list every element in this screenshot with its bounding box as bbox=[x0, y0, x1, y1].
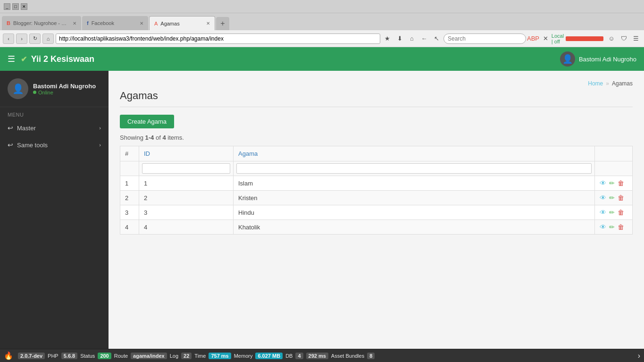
debug-php-version: 5.6.8 bbox=[61, 353, 77, 359]
breadcrumb-home-link[interactable]: Home bbox=[588, 80, 603, 87]
showing-text: Showing 1-4 of 4 items. bbox=[120, 134, 633, 141]
cell-num: 3 bbox=[120, 205, 139, 220]
home-icon[interactable]: ⌂ bbox=[407, 34, 417, 44]
master-icon: ↩ bbox=[8, 124, 13, 132]
shield-icon[interactable]: 🛡 bbox=[619, 34, 629, 44]
tab-agamas-close[interactable]: ✕ bbox=[206, 21, 210, 26]
back-arrow-icon[interactable]: ← bbox=[419, 34, 429, 44]
delete-icon[interactable]: 🗑 bbox=[618, 223, 624, 231]
window-maximize-btn[interactable]: □ bbox=[12, 3, 19, 10]
filter-actions-cell bbox=[595, 161, 633, 176]
debug-bar: 🔥 2.0.7-dev PHP 5.6.8 Status 200 Route a… bbox=[0, 349, 644, 362]
same-tools-icon: ↩ bbox=[8, 141, 13, 149]
menu-icon[interactable]: ☰ bbox=[631, 34, 641, 44]
sidebar-avatar: 👤 bbox=[8, 78, 28, 99]
tab-facebook-close[interactable]: ✕ bbox=[140, 21, 143, 26]
debug-time-value: 757 ms bbox=[209, 353, 231, 359]
tab-facebook-label: Facebook bbox=[92, 20, 114, 26]
cell-actions: 👁 ✏ 🗑 bbox=[595, 191, 633, 205]
delete-icon[interactable]: 🗑 bbox=[618, 209, 624, 216]
delete-icon[interactable]: 🗑 bbox=[618, 179, 624, 187]
local-icon: Local | off bbox=[552, 34, 563, 44]
view-icon[interactable]: 👁 bbox=[600, 209, 606, 216]
filter-id-input[interactable] bbox=[142, 163, 230, 174]
breadcrumb-current: Agamas bbox=[612, 80, 633, 87]
view-icon[interactable]: 👁 bbox=[600, 179, 606, 187]
view-icon[interactable]: 👁 bbox=[600, 223, 606, 231]
main-content: Home » Agamas Agamas Create Agama Showin… bbox=[109, 71, 644, 349]
topnav-username: Bastomi Adi Nugroho bbox=[579, 56, 636, 63]
debug-route-value: agama/index bbox=[131, 353, 167, 359]
cursor-icon[interactable]: ↖ bbox=[431, 34, 442, 44]
agama-table: # ID Agama bbox=[120, 146, 633, 235]
sidebar-username: Bastomi Adi Nugroho bbox=[33, 83, 96, 90]
col-header-actions bbox=[595, 146, 633, 161]
debug-memory-value: 6.027 MB bbox=[255, 353, 283, 359]
filter-agama-cell bbox=[234, 161, 595, 176]
debug-status-code: 200 bbox=[98, 353, 111, 359]
new-tab-btn[interactable]: + bbox=[216, 17, 229, 30]
menu-label: Menu bbox=[0, 107, 109, 119]
master-arrow-icon: › bbox=[99, 125, 101, 131]
smiley-icon[interactable]: ☺ bbox=[606, 34, 617, 44]
cell-agama: Khatolik bbox=[234, 220, 595, 235]
cell-id: 3 bbox=[139, 205, 234, 220]
sidebar-item-master-label: Master bbox=[17, 125, 36, 132]
yii-icon: ✔ bbox=[21, 55, 27, 63]
cell-actions: 👁 ✏ 🗑 bbox=[595, 205, 633, 220]
sidebar-item-master[interactable]: ↩ Master › bbox=[0, 119, 109, 136]
debug-db-label: DB bbox=[285, 353, 293, 359]
download-icon[interactable]: ⬇ bbox=[394, 34, 405, 44]
delete-icon[interactable]: 🗑 bbox=[618, 194, 624, 202]
cell-agama: Hindu bbox=[234, 205, 595, 220]
cell-num: 4 bbox=[120, 220, 139, 235]
window-close-btn[interactable]: ✕ bbox=[21, 3, 27, 10]
tab-blogger-close[interactable]: ✕ bbox=[73, 21, 76, 26]
breadcrumb-separator: » bbox=[606, 80, 609, 87]
cell-actions: 👁 ✏ 🗑 bbox=[595, 176, 633, 191]
tab-agamas[interactable]: A Agamas ✕ bbox=[149, 16, 215, 30]
bookmark-icon[interactable]: ★ bbox=[382, 34, 393, 44]
adblock-icon: ABP bbox=[528, 34, 538, 44]
debug-arrow-icon[interactable]: › bbox=[638, 352, 640, 360]
browser-search-input[interactable] bbox=[443, 34, 526, 44]
user-avatar-top: 👤 bbox=[560, 51, 575, 67]
reload-btn[interactable]: ↻ bbox=[29, 34, 41, 44]
back-btn[interactable]: ‹ bbox=[3, 34, 14, 44]
tab-facebook[interactable]: f Facebook ✕ bbox=[82, 16, 148, 30]
debug-db-count: 4 bbox=[295, 353, 303, 359]
edit-icon[interactable]: ✏ bbox=[609, 194, 615, 202]
debug-status-label: Status bbox=[80, 353, 95, 359]
sidebar: 👤 Bastomi Adi Nugroho Online Menu ↩ Mast… bbox=[0, 71, 109, 349]
sidebar-user-info: 👤 Bastomi Adi Nugroho Online bbox=[0, 71, 109, 107]
hamburger-menu-btn[interactable]: ☰ bbox=[8, 54, 15, 64]
sidebar-item-same-tools[interactable]: ↩ Same tools › bbox=[0, 136, 109, 153]
filter-num bbox=[120, 161, 139, 176]
debug-time-label: Time bbox=[194, 353, 206, 359]
close-icon[interactable]: ✕ bbox=[540, 34, 551, 44]
view-icon[interactable]: 👁 bbox=[600, 194, 606, 202]
cell-actions: 👁 ✏ 🗑 bbox=[595, 220, 633, 235]
edit-icon[interactable]: ✏ bbox=[609, 179, 615, 187]
window-minimize-btn[interactable]: _ bbox=[4, 3, 10, 10]
cell-num: 2 bbox=[120, 191, 139, 205]
debug-db-time: 292 ms bbox=[306, 353, 328, 359]
tab-blogger[interactable]: B Blogger: Nugrohoe - Buat entri ✕ bbox=[2, 16, 81, 30]
address-bar[interactable] bbox=[56, 34, 380, 44]
create-agama-button[interactable]: Create Agama bbox=[120, 115, 174, 128]
cell-agama: Kristen bbox=[234, 191, 595, 205]
col-header-agama[interactable]: Agama bbox=[234, 146, 595, 161]
edit-icon[interactable]: ✏ bbox=[609, 209, 615, 216]
debug-asset-count: 8 bbox=[367, 353, 375, 359]
debug-route-label: Route bbox=[114, 353, 128, 359]
edit-icon[interactable]: ✏ bbox=[609, 223, 615, 231]
filter-agama-input[interactable] bbox=[236, 163, 592, 174]
tab-blogger-label: Blogger: Nugrohoe - Buat entri bbox=[13, 20, 70, 26]
forward-btn[interactable]: › bbox=[16, 34, 27, 44]
debug-log-label: Log bbox=[170, 353, 178, 359]
cell-num: 1 bbox=[120, 176, 139, 191]
col-header-id[interactable]: ID bbox=[139, 146, 234, 161]
debug-asset-label: Asset Bundles bbox=[331, 353, 364, 359]
home-btn[interactable]: ⌂ bbox=[42, 34, 54, 44]
tab-agamas-label: Agamas bbox=[160, 21, 179, 26]
